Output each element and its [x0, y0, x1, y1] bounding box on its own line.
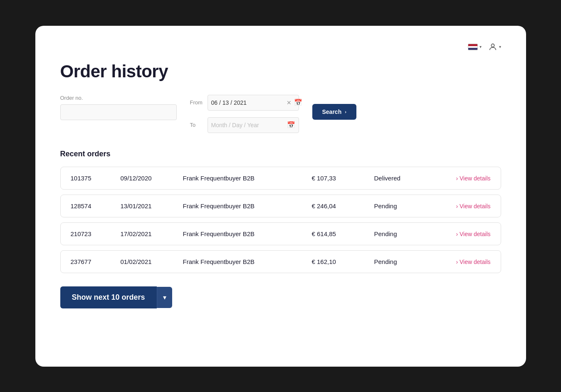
view-details-link[interactable]: › View details: [456, 175, 490, 182]
table-row: 237677 01/02/2021 Frank Frequentbuyer B2…: [60, 250, 501, 273]
to-label: To: [190, 122, 203, 128]
order-date: 01/02/2021: [121, 258, 183, 265]
order-date: 09/12/2020: [121, 175, 183, 182]
order-customer: Frank Frequentbuyer B2B: [183, 230, 312, 237]
recent-orders-section: Recent orders 101375 09/12/2020 Frank Fr…: [60, 150, 501, 273]
order-amount: € 162,10: [312, 258, 374, 265]
order-date: 17/02/2021: [121, 230, 183, 237]
show-more-chevron-icon: ▾: [163, 294, 166, 301]
user-menu[interactable]: ▾: [488, 42, 501, 52]
order-status: Pending: [374, 202, 432, 210]
order-id: 237677: [71, 258, 121, 265]
to-date-wrapper: 📅: [208, 117, 299, 133]
order-action: › View details: [432, 230, 491, 237]
search-button[interactable]: Search ›: [312, 104, 356, 120]
orders-list: 101375 09/12/2020 Frank Frequentbuyer B2…: [60, 167, 501, 273]
from-date-input[interactable]: [211, 99, 284, 106]
order-customer: Frank Frequentbuyer B2B: [183, 202, 312, 210]
order-no-field-group: Order no.: [60, 95, 177, 120]
user-chevron-icon: ▾: [499, 44, 501, 49]
order-action: › View details: [432, 258, 491, 265]
to-date-input[interactable]: [211, 122, 285, 128]
order-action: › View details: [432, 175, 491, 182]
page-title: Order history: [60, 62, 501, 81]
language-selector[interactable]: ▾: [468, 44, 482, 50]
top-bar: ▾ ▾: [60, 42, 501, 52]
view-details-link[interactable]: › View details: [456, 231, 490, 237]
to-date-row: To 📅: [190, 117, 299, 133]
from-calendar-icon[interactable]: 📅: [294, 99, 302, 106]
view-details-link[interactable]: › View details: [456, 259, 490, 265]
from-date-row: From ✕ 📅: [190, 95, 299, 111]
order-customer: Frank Frequentbuyer B2B: [183, 258, 312, 265]
user-icon: [488, 42, 497, 52]
order-no-label: Order no.: [60, 95, 177, 101]
search-section: Order no. From ✕ 📅 To 📅 Search: [60, 95, 501, 133]
main-card: ▾ ▾ Order history Order no. From ✕ 📅: [35, 26, 526, 367]
from-label: From: [190, 99, 203, 106]
order-id: 101375: [71, 175, 121, 182]
search-chevron-icon: ›: [345, 109, 346, 114]
language-chevron-icon: ▾: [479, 44, 482, 49]
table-row: 128574 13/01/2021 Frank Frequentbuyer B2…: [60, 195, 501, 217]
order-date: 13/01/2021: [121, 202, 183, 210]
svg-point-0: [491, 44, 494, 47]
view-details-link[interactable]: › View details: [456, 203, 490, 210]
section-title: Recent orders: [60, 150, 501, 158]
date-section: From ✕ 📅 To 📅: [190, 95, 299, 133]
table-row: 210723 17/02/2021 Frank Frequentbuyer B2…: [60, 222, 501, 245]
table-row: 101375 09/12/2020 Frank Frequentbuyer B2…: [60, 167, 501, 190]
order-id: 210723: [71, 230, 121, 237]
order-amount: € 246,04: [312, 202, 374, 210]
order-customer: Frank Frequentbuyer B2B: [183, 175, 312, 182]
from-date-clear-button[interactable]: ✕: [286, 99, 292, 106]
from-date-wrapper: ✕ 📅: [208, 95, 299, 111]
show-more-button-group: Show next 10 orders ▾: [60, 286, 501, 308]
order-amount: € 107,33: [312, 175, 374, 182]
order-id: 128574: [71, 202, 121, 210]
order-status: Pending: [374, 230, 432, 237]
order-no-input[interactable]: [60, 104, 177, 120]
order-amount: € 614,85: [312, 230, 374, 237]
flag-icon: [468, 44, 478, 50]
order-status: Delivered: [374, 175, 432, 182]
show-more-dropdown-button[interactable]: ▾: [157, 287, 172, 308]
to-calendar-icon[interactable]: 📅: [287, 121, 295, 129]
order-action: › View details: [432, 202, 491, 210]
order-status: Pending: [374, 258, 432, 265]
show-more-button[interactable]: Show next 10 orders: [60, 286, 157, 308]
